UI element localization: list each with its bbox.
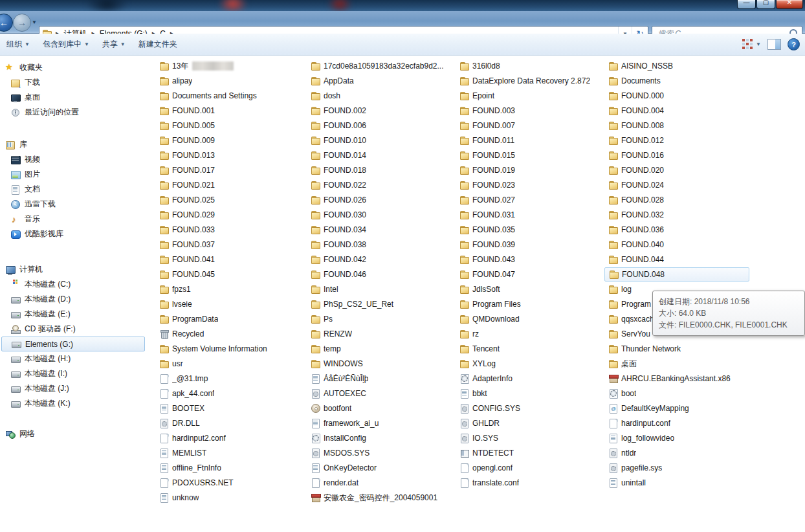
file-item[interactable]: FOUND.038 — [307, 238, 452, 252]
sidebar-group-header[interactable]: 库 — [0, 137, 146, 152]
file-item[interactable]: FOUND.017 — [155, 163, 300, 177]
file-item[interactable]: CONFIG.SYS — [456, 401, 601, 416]
file-item[interactable]: FOUND.033 — [155, 223, 300, 237]
file-item[interactable]: FOUND.025 — [155, 193, 300, 207]
forward-button[interactable]: → — [13, 14, 31, 32]
file-item[interactable]: BOOTEX — [155, 401, 300, 416]
sidebar-item[interactable]: 图片 — [0, 167, 146, 182]
sidebar-item[interactable]: 本地磁盘 (J:) — [0, 381, 146, 396]
back-button[interactable]: ← — [0, 14, 13, 32]
file-item[interactable]: FOUND.000 — [604, 89, 749, 103]
file-item[interactable]: boot — [604, 386, 749, 401]
file-item[interactable]: Ps — [307, 312, 452, 326]
file-item[interactable]: FOUND.023 — [456, 178, 601, 192]
file-item[interactable]: fpzs1 — [155, 282, 300, 296]
file-item[interactable]: FOUND.047 — [456, 267, 601, 282]
file-item[interactable]: FOUND.027 — [456, 193, 601, 207]
file-item[interactable]: FOUND.036 — [604, 223, 749, 237]
file-item[interactable]: apk_44.conf — [155, 386, 300, 401]
file-item[interactable]: FOUND.006 — [307, 118, 452, 133]
file-item[interactable]: Intel — [307, 282, 452, 296]
file-item[interactable]: FOUND.019 — [456, 163, 601, 177]
file-item[interactable]: hardinput2.conf — [155, 431, 300, 445]
file-item[interactable]: AdapterInfo — [456, 371, 601, 386]
file-item[interactable]: FOUND.014 — [307, 148, 452, 162]
file-item[interactable]: JdlsSoft — [456, 282, 601, 296]
file-item[interactable]: AUTOEXEC — [307, 386, 452, 401]
file-item[interactable]: PDOXUSRS.NET — [155, 476, 300, 490]
sidebar-item[interactable]: 优酷影视库 — [0, 227, 146, 241]
file-item[interactable]: FOUND.026 — [307, 193, 452, 207]
file-item[interactable]: bootfont — [307, 401, 452, 416]
file-item[interactable]: FOUND.032 — [604, 208, 749, 222]
file-item[interactable]: 桌面 — [604, 357, 749, 371]
sidebar-item[interactable]: 音乐 — [0, 212, 146, 227]
file-item[interactable]: FOUND.037 — [155, 238, 300, 252]
file-item[interactable]: QMDownload — [456, 312, 601, 326]
file-item[interactable]: Epoint — [456, 89, 601, 103]
file-item[interactable]: DataExplore Data Recovery 2.872 — [456, 74, 601, 88]
file-item[interactable]: ÁåÉù²ÉÑùÎļþ — [307, 371, 452, 386]
sidebar-item[interactable]: 本地磁盘 (C:) — [0, 277, 146, 292]
file-item[interactable]: 安徽农金_密码控件_2004059001 — [307, 491, 452, 505]
minimize-button[interactable]: — — [737, 0, 756, 9]
file-item[interactable]: FOUND.041 — [155, 252, 300, 267]
file-item[interactable]: FOUND.013 — [155, 148, 300, 162]
toolbar-button[interactable]: 共享▼ — [96, 36, 132, 52]
file-item[interactable]: WINDOWS — [307, 357, 452, 371]
file-item[interactable]: FOUND.048 — [604, 267, 749, 282]
file-item[interactable]: FOUND.005 — [155, 118, 300, 133]
sidebar-group-header[interactable]: 网络 — [0, 427, 146, 441]
file-item[interactable]: FOUND.012 — [604, 133, 749, 148]
history-dropdown-icon[interactable]: ▼ — [32, 19, 37, 25]
file-item[interactable]: FOUND.024 — [604, 178, 749, 192]
file-item[interactable]: DR.DLL — [155, 416, 300, 430]
file-item[interactable]: FOUND.008 — [604, 118, 749, 133]
file-item[interactable]: bbkt — [456, 386, 601, 401]
file-item[interactable]: FOUND.001 — [155, 104, 300, 118]
file-item[interactable]: Program Files — [456, 297, 601, 311]
file-item[interactable]: unknow — [155, 491, 300, 505]
file-item[interactable]: framework_ai_u — [307, 416, 452, 430]
file-item[interactable]: temp — [307, 342, 452, 356]
file-item[interactable]: unintall — [604, 476, 749, 490]
file-item[interactable]: FOUND.011 — [456, 133, 601, 148]
file-item[interactable]: AISINO_NSSB — [604, 59, 749, 73]
toolbar-button[interactable]: 包含到库中▼ — [36, 36, 96, 52]
sidebar-item[interactable]: 最近访问的位置 — [0, 105, 146, 120]
file-item[interactable]: MEMLIST — [155, 446, 300, 460]
file-item[interactable]: FOUND.022 — [307, 178, 452, 192]
file-item[interactable]: FOUND.030 — [307, 208, 452, 222]
file-item[interactable]: translate.conf — [456, 476, 601, 490]
file-item[interactable]: pagefile.sys — [604, 461, 749, 475]
sidebar-group-header[interactable]: 计算机 — [0, 262, 146, 277]
file-item[interactable]: render.dat — [307, 476, 452, 490]
file-item[interactable]: lvseie — [155, 297, 300, 311]
file-item[interactable]: ProgramData — [155, 312, 300, 326]
file-item[interactable]: usr — [155, 357, 300, 371]
file-item[interactable]: PhSp_CS2_UE_Ret — [307, 297, 452, 311]
file-item[interactable]: FOUND.045 — [155, 267, 300, 282]
file-item[interactable]: FOUND.015 — [456, 148, 601, 162]
sidebar-item[interactable]: 本地磁盘 (D:) — [0, 292, 146, 307]
file-item[interactable]: FOUND.020 — [604, 163, 749, 177]
file-item[interactable]: FOUND.028 — [604, 193, 749, 207]
sidebar-item[interactable]: 桌面 — [0, 90, 146, 105]
file-item[interactable]: Recycled — [155, 327, 300, 341]
toolbar-button[interactable]: 组织▼ — [0, 36, 36, 52]
file-item[interactable]: System Volume Information — [155, 342, 300, 356]
file-item[interactable]: FOUND.009 — [155, 133, 300, 148]
file-item[interactable]: MSDOS.SYS — [307, 446, 452, 460]
file-item[interactable]: FOUND.002 — [307, 104, 452, 118]
file-item[interactable]: FOUND.016 — [604, 148, 749, 162]
file-item[interactable]: 17cd0e8a1059183da32ecfab9d2... — [307, 59, 452, 73]
sidebar-item[interactable]: 迅雷下载 — [0, 197, 146, 212]
sidebar-item[interactable]: 本地磁盘 (H:) — [0, 351, 146, 366]
file-item[interactable]: Documents — [604, 74, 749, 88]
file-item[interactable]: Documents and Settings — [155, 89, 300, 103]
file-item[interactable]: RENZW — [307, 327, 452, 341]
file-item[interactable]: InstallConfig — [307, 431, 452, 445]
file-item[interactable]: FOUND.010 — [307, 133, 452, 148]
file-item[interactable]: XYLog — [456, 357, 601, 371]
sidebar-item[interactable]: 本地磁盘 (K:) — [0, 396, 146, 411]
